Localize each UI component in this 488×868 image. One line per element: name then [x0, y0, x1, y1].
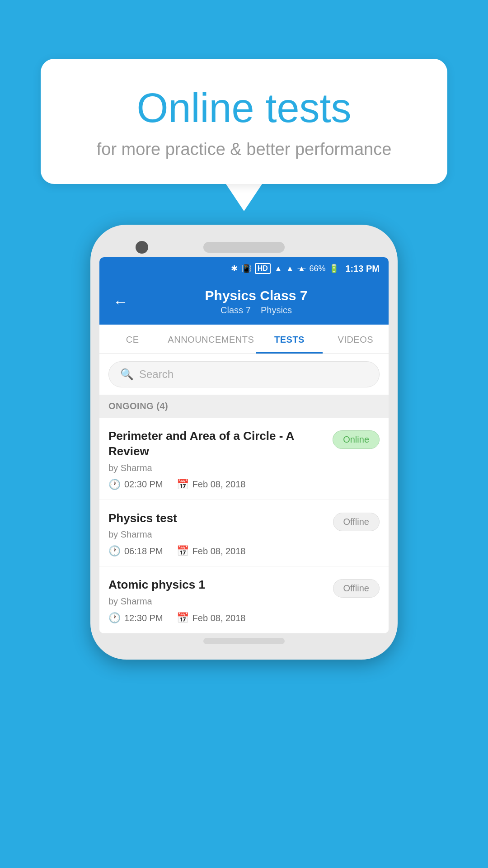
battery-percent: 66% [309, 264, 325, 274]
test-item[interactable]: Atomic physics 1 by Sharma 🕐 12:30 PM 📅 … [99, 566, 389, 633]
test-author: by Sharma [108, 596, 324, 607]
battery-icon: 🔋 [329, 264, 339, 274]
tab-bar: CE ANNOUNCEMENTS TESTS VIDEOS [99, 325, 389, 354]
test-time: 🕐 06:18 PM [108, 545, 163, 557]
search-icon: 🔍 [120, 368, 134, 381]
test-meta: 🕐 02:30 PM 📅 Feb 08, 2018 [108, 479, 324, 491]
vibrate-icon: 📳 [241, 264, 251, 274]
test-title: Physics test [108, 511, 324, 526]
speech-bubble-section: Online tests for more practice & better … [41, 59, 447, 211]
phone-top-area [99, 234, 389, 257]
test-meta: 🕐 06:18 PM 📅 Feb 08, 2018 [108, 545, 324, 557]
test-date-value: Feb 08, 2018 [192, 479, 246, 490]
test-item-left: Atomic physics 1 by Sharma 🕐 12:30 PM 📅 … [108, 577, 333, 624]
nosim-icon: ▲ [298, 264, 306, 274]
test-item[interactable]: Perimeter and Area of a Circle - A Revie… [99, 418, 389, 500]
status-badge: Offline [333, 513, 380, 531]
tab-videos[interactable]: VIDEOS [323, 325, 389, 354]
phone-home-indicator [203, 638, 285, 644]
test-author: by Sharma [108, 529, 324, 540]
search-section: 🔍 Search [99, 354, 389, 395]
phone-screen: ✱ 📳 HD ▲ ▲ ▲ 66% 🔋 1:13 PM ← Physics Cla… [99, 257, 389, 633]
wifi-icon: ▲ [274, 264, 282, 274]
test-date: 📅 Feb 08, 2018 [177, 612, 246, 624]
signal-icon: ▲ [286, 264, 294, 274]
test-item-left: Perimeter and Area of a Circle - A Revie… [108, 429, 333, 491]
test-date-value: Feb 08, 2018 [192, 546, 246, 557]
tab-ce[interactable]: CE [99, 325, 165, 354]
phone-speaker [203, 242, 285, 253]
phone-outer: ✱ 📳 HD ▲ ▲ ▲ 66% 🔋 1:13 PM ← Physics Cla… [90, 225, 398, 660]
test-time: 🕐 12:30 PM [108, 612, 163, 624]
speech-bubble-subtitle: for more practice & better performance [77, 140, 411, 159]
status-badge: Offline [333, 579, 380, 598]
clock-icon: 🕐 [108, 479, 121, 491]
test-title: Perimeter and Area of a Circle - A Revie… [108, 429, 324, 459]
app-bar-subtitle: Class 7 Physics [137, 305, 375, 316]
status-badge: Online [333, 430, 380, 449]
test-date-value: Feb 08, 2018 [192, 613, 246, 623]
clock-icon: 🕐 [108, 612, 121, 624]
bluetooth-icon: ✱ [231, 264, 238, 274]
test-list: Perimeter and Area of a Circle - A Revie… [99, 418, 389, 633]
phone-camera [136, 241, 148, 254]
test-meta: 🕐 12:30 PM 📅 Feb 08, 2018 [108, 612, 324, 624]
tab-announcements[interactable]: ANNOUNCEMENTS [165, 325, 256, 354]
test-time-value: 12:30 PM [124, 613, 163, 623]
calendar-icon: 📅 [177, 545, 189, 557]
status-bar: ✱ 📳 HD ▲ ▲ ▲ 66% 🔋 1:13 PM [99, 257, 389, 280]
speech-bubble: Online tests for more practice & better … [41, 59, 447, 184]
test-date: 📅 Feb 08, 2018 [177, 479, 246, 491]
phone-mockup: ✱ 📳 HD ▲ ▲ ▲ 66% 🔋 1:13 PM ← Physics Cla… [90, 225, 398, 660]
test-time: 🕐 02:30 PM [108, 479, 163, 491]
app-bar-title: Physics Class 7 [137, 288, 375, 303]
test-author: by Sharma [108, 463, 324, 473]
section-header: ONGOING (4) [99, 395, 389, 418]
speech-bubble-title: Online tests [77, 86, 411, 131]
app-bar: ← Physics Class 7 Class 7 Physics [99, 280, 389, 325]
clock-icon: 🕐 [108, 545, 121, 557]
search-input-wrapper[interactable]: 🔍 Search [108, 361, 380, 387]
tab-tests[interactable]: TESTS [256, 325, 322, 354]
test-item-left: Physics test by Sharma 🕐 06:18 PM 📅 Feb … [108, 511, 333, 557]
test-date: 📅 Feb 08, 2018 [177, 545, 246, 557]
class-label: Class 7 [221, 305, 251, 315]
test-item[interactable]: Physics test by Sharma 🕐 06:18 PM 📅 Feb … [99, 500, 389, 567]
calendar-icon: 📅 [177, 479, 189, 491]
test-title: Atomic physics 1 [108, 577, 324, 593]
test-time-value: 02:30 PM [124, 479, 163, 490]
status-time: 1:13 PM [345, 264, 380, 274]
search-placeholder: Search [139, 368, 174, 381]
speech-bubble-arrow [226, 184, 262, 211]
app-bar-title-container: Physics Class 7 Class 7 Physics [137, 288, 375, 316]
hd-icon: HD [255, 263, 271, 274]
back-button[interactable]: ← [113, 293, 128, 311]
calendar-icon: 📅 [177, 612, 189, 624]
subject-label: Physics [261, 305, 292, 315]
test-time-value: 06:18 PM [124, 546, 163, 557]
